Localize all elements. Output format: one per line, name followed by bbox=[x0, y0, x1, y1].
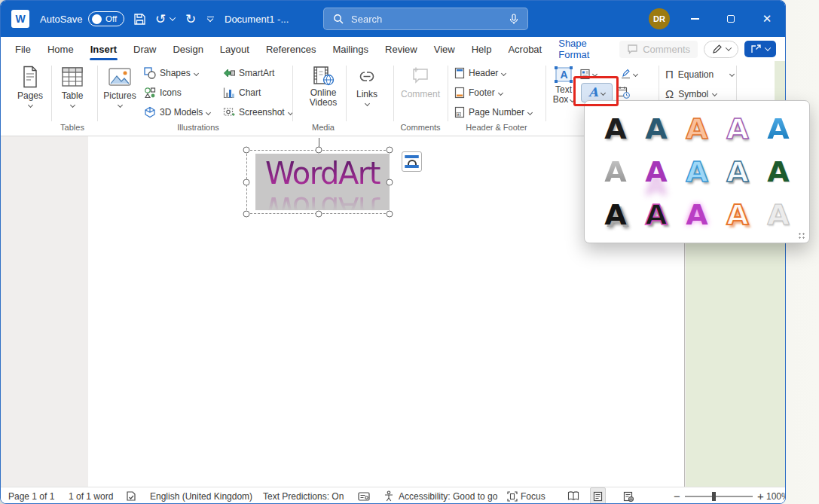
wordart-style-white-outline-blue-shadow[interactable]: A bbox=[719, 152, 756, 191]
wordart-style-purple-reflection[interactable]: A bbox=[637, 152, 675, 191]
table-button[interactable]: Table bbox=[55, 66, 90, 107]
language-status[interactable]: English (United Kingdom) bbox=[150, 487, 252, 504]
wordart-object[interactable]: WordArt WordArt bbox=[255, 154, 390, 210]
date-time-button[interactable] bbox=[617, 86, 630, 99]
web-layout-button[interactable] bbox=[623, 487, 634, 504]
wordart-style-glyph: A bbox=[645, 157, 667, 186]
wordart-text[interactable]: WordArt bbox=[255, 158, 390, 188]
resize-handle-bottom-right[interactable] bbox=[387, 211, 393, 218]
zoom-slider[interactable] bbox=[685, 487, 753, 504]
wordart-style-black-outline-pink[interactable]: A bbox=[637, 195, 675, 234]
resize-handle-bottom-left[interactable] bbox=[243, 211, 250, 218]
resize-handle-top-center[interactable] bbox=[316, 147, 322, 154]
tab-draw[interactable]: Draw bbox=[125, 37, 164, 61]
wordart-style-magenta-glow[interactable]: A bbox=[678, 195, 716, 234]
word-app-icon[interactable]: W bbox=[11, 10, 29, 28]
tab-references[interactable]: References bbox=[258, 37, 324, 61]
links-icon bbox=[356, 67, 377, 87]
account-avatar[interactable]: DR bbox=[649, 8, 670, 29]
search-bar[interactable] bbox=[323, 8, 528, 30]
shapes-button[interactable]: Shapes bbox=[144, 67, 198, 79]
wordart-style-fill-dark-green[interactable]: A bbox=[759, 152, 797, 191]
layout-options-button[interactable] bbox=[402, 151, 422, 172]
smartart-button[interactable]: SmartArt bbox=[223, 67, 274, 79]
zoom-slider-track[interactable] bbox=[685, 496, 753, 497]
tab-mailings[interactable]: Mailings bbox=[324, 37, 377, 61]
equation-label: Equation bbox=[678, 69, 714, 80]
autosave-toggle[interactable]: Off bbox=[88, 11, 124, 26]
resize-handle-top-left[interactable] bbox=[243, 147, 250, 154]
tab-home[interactable]: Home bbox=[39, 37, 82, 61]
equation-button[interactable]: Π Equation bbox=[665, 68, 734, 81]
wordart-style-fill-black[interactable]: A bbox=[597, 109, 634, 148]
focus-button[interactable]: Focus bbox=[521, 487, 545, 504]
screenshot-button[interactable]: Screenshot bbox=[223, 106, 292, 118]
undo-button[interactable]: ↺ bbox=[151, 1, 170, 37]
editing-mode-button[interactable] bbox=[704, 41, 738, 58]
illustrations-group-label: Illustrations bbox=[177, 123, 219, 132]
focus-icon bbox=[507, 487, 518, 504]
wordart-style-blue-gradient-3d[interactable]: A bbox=[759, 109, 797, 148]
signature-line-button[interactable] bbox=[620, 69, 637, 80]
page-count[interactable]: Page 1 of 1 bbox=[8, 487, 54, 504]
close-button[interactable]: ✕ bbox=[750, 1, 784, 37]
links-button[interactable]: Links bbox=[350, 67, 384, 105]
tab-view[interactable]: View bbox=[426, 37, 463, 61]
icons-button[interactable]: Icons bbox=[144, 87, 182, 99]
maximize-button[interactable] bbox=[714, 1, 748, 37]
tab-file[interactable]: File bbox=[7, 37, 39, 61]
wordart-style-silver-white[interactable]: A bbox=[759, 195, 797, 234]
zoom-slider-thumb[interactable] bbox=[712, 492, 716, 501]
pages-button[interactable]: Pages bbox=[13, 66, 47, 107]
3d-models-button[interactable]: 3D Models bbox=[144, 106, 210, 118]
tab-acrobat[interactable]: Acrobat bbox=[500, 37, 550, 61]
wordart-style-gray-gradient[interactable]: A bbox=[597, 152, 634, 191]
resize-handle-middle-right[interactable] bbox=[387, 179, 393, 186]
wordart-style-black-bevel[interactable]: A bbox=[597, 195, 634, 234]
redo-button[interactable]: ↻ bbox=[182, 1, 200, 37]
wordart-style-fill-orange-outline[interactable]: A bbox=[678, 109, 716, 148]
proofing-status-icon[interactable] bbox=[126, 487, 136, 504]
header-button[interactable]: Header bbox=[454, 67, 506, 79]
pictures-button[interactable]: Pictures bbox=[101, 66, 139, 107]
resize-handle-bottom-center[interactable] bbox=[316, 211, 322, 218]
microphone-icon[interactable] bbox=[509, 14, 518, 25]
footer-button[interactable]: Footer bbox=[454, 87, 503, 99]
search-input[interactable] bbox=[351, 14, 502, 25]
comments-button[interactable]: Comments bbox=[619, 41, 698, 58]
tab-layout[interactable]: Layout bbox=[212, 37, 258, 61]
read-mode-button[interactable] bbox=[567, 487, 579, 504]
zoom-level[interactable]: 100% bbox=[766, 487, 786, 504]
page-number-button[interactable]: # Page Number bbox=[454, 106, 532, 118]
chevron-down-icon bbox=[633, 72, 638, 77]
tab-shape-format[interactable]: Shape Format bbox=[550, 37, 619, 61]
wordart-style-light-blue-outline-shadow[interactable]: A bbox=[678, 152, 716, 191]
online-videos-button[interactable]: Online Videos bbox=[302, 66, 344, 108]
wordart-style-glyph: A bbox=[604, 200, 626, 229]
zoom-in-button[interactable]: + bbox=[757, 487, 764, 504]
resize-handle-middle-left[interactable] bbox=[243, 179, 250, 186]
undo-dropdown-icon[interactable] bbox=[168, 1, 177, 37]
print-layout-button[interactable] bbox=[590, 487, 606, 504]
save-button[interactable] bbox=[129, 1, 150, 37]
minimize-button[interactable] bbox=[677, 1, 712, 37]
maximize-icon bbox=[727, 15, 735, 23]
wordart-style-white-outline-orange-shadow[interactable]: A bbox=[719, 195, 756, 234]
tab-design[interactable]: Design bbox=[164, 37, 211, 61]
text-predictions-status[interactable]: Text Predictions: On bbox=[263, 487, 344, 504]
tab-help[interactable]: Help bbox=[463, 37, 500, 61]
text-predictions-icon[interactable] bbox=[358, 487, 370, 504]
wordart-style-white-outline-purple[interactable]: A bbox=[719, 109, 756, 148]
accessibility-status[interactable]: Accessibility: Good to go bbox=[399, 487, 497, 504]
resize-grip-icon[interactable] bbox=[798, 232, 805, 240]
symbol-button[interactable]: Ω Symbol bbox=[665, 87, 717, 100]
zoom-out-button[interactable]: − bbox=[674, 487, 680, 504]
share-button[interactable] bbox=[744, 41, 776, 57]
tab-insert[interactable]: Insert bbox=[82, 37, 125, 61]
tab-review[interactable]: Review bbox=[377, 37, 426, 61]
chart-button[interactable]: Chart bbox=[223, 87, 261, 99]
word-count[interactable]: 1 of 1 word bbox=[69, 487, 113, 504]
wordart-style-fill-blue-gray[interactable]: A bbox=[637, 109, 675, 148]
customize-qat-icon[interactable] bbox=[204, 1, 216, 37]
resize-handle-top-right[interactable] bbox=[387, 147, 393, 154]
